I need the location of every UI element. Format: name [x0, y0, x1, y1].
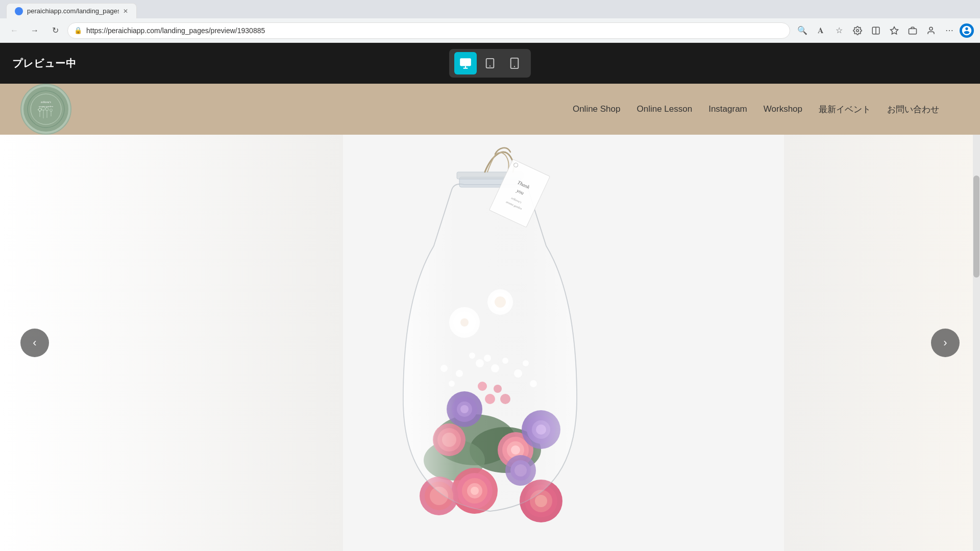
svg-text:aroma garden: aroma garden [39, 105, 54, 108]
svg-point-25 [41, 109, 42, 110]
nav-online-lesson[interactable]: Online Lesson [637, 104, 693, 114]
edge-profile-avatar[interactable] [960, 23, 974, 38]
collections-button[interactable] [904, 22, 921, 39]
carousel-prev-button[interactable]: ‹ [20, 329, 49, 357]
svg-point-26 [39, 111, 40, 112]
carousel-next-button[interactable]: › [931, 329, 960, 357]
logo-inner: zelkova's aroma garden [23, 87, 68, 132]
svg-marker-3 [891, 27, 898, 34]
flower-image-container: Thank you zelkova's aroma garden [345, 135, 635, 551]
url-text: https://peraichiapp.com/landing_pages/pr… [86, 27, 783, 35]
svg-point-23 [39, 108, 40, 109]
scrollbar-thumb[interactable] [973, 176, 979, 278]
site-header: zelkova's aroma garden [0, 84, 980, 135]
nav-instagram[interactable]: Instagram [708, 104, 747, 114]
tab-title: peraichiapp.com/landing_pages/preview/19… [27, 7, 119, 15]
tab-close-button[interactable]: ✕ [123, 8, 128, 15]
browser-tab[interactable]: peraichiapp.com/landing_pages/preview/19… [6, 3, 137, 18]
mobile-view-button[interactable] [503, 52, 526, 74]
profiles-button[interactable] [923, 22, 939, 39]
browser-chrome: peraichiapp.com/landing_pages/preview/19… [0, 0, 980, 43]
refresh-button[interactable]: ↻ [47, 22, 63, 39]
logo-svg: zelkova's aroma garden [26, 89, 66, 130]
nav-online-shop[interactable]: Online Shop [573, 104, 621, 114]
hero-section: ‹ [0, 135, 980, 551]
svg-point-11 [28, 91, 64, 128]
device-switcher [449, 49, 531, 78]
security-icon: 🔒 [74, 27, 82, 34]
split-view-button[interactable] [868, 22, 884, 39]
more-options-button[interactable]: ⋯ [941, 22, 958, 39]
read-aloud-button[interactable]: 𝐀 [813, 22, 829, 39]
tab-favicon [15, 7, 23, 15]
search-button[interactable]: 🔍 [794, 22, 811, 39]
tab-bar: peraichiapp.com/landing_pages/preview/19… [6, 0, 137, 18]
browser-toolbar-icons: 🔍 𝐀 ☆ ⋯ [794, 22, 974, 39]
desktop-view-button[interactable] [454, 52, 477, 74]
nav-contact[interactable]: お問い合わせ [887, 104, 939, 115]
svg-text:zelkova's: zelkova's [40, 101, 51, 104]
svg-point-24 [38, 109, 39, 110]
svg-rect-4 [909, 29, 917, 34]
svg-point-38 [535, 495, 547, 507]
nav-workshop[interactable]: Workshop [764, 104, 802, 114]
page-scrollbar[interactable] [973, 135, 980, 551]
site-nav: Online Shop Online Lesson Instagram Work… [573, 104, 960, 115]
address-bar[interactable]: 🔒 https://peraichiapp.com/landing_pages/… [67, 22, 790, 39]
hero-left-bg [0, 135, 343, 551]
preview-bar: プレビュー中 [0, 43, 980, 84]
forward-button[interactable]: → [27, 22, 43, 39]
browser-extensions-button[interactable] [849, 22, 866, 39]
preview-label: プレビュー中 [12, 57, 77, 70]
tablet-view-button[interactable] [479, 52, 501, 74]
favorites-button[interactable] [886, 22, 902, 39]
favorites-star-button[interactable]: ☆ [831, 22, 847, 39]
browser-toolbar: ← → ↻ 🔒 https://peraichiapp.com/landing_… [0, 18, 980, 43]
preview-bar-wrap: プレビュー中 [0, 43, 980, 84]
svg-point-0 [856, 29, 859, 32]
site-logo: zelkova's aroma garden [20, 84, 71, 135]
back-button[interactable]: ← [6, 22, 22, 39]
flower-jar-svg: Thank you zelkova's aroma garden [362, 144, 618, 542]
svg-rect-6 [460, 58, 471, 66]
browser-titlebar: peraichiapp.com/landing_pages/preview/19… [0, 0, 980, 18]
svg-point-5 [929, 27, 933, 30]
website-content: zelkova's aroma garden [0, 84, 980, 551]
nav-latest-events[interactable]: 最新イベント [819, 104, 871, 115]
